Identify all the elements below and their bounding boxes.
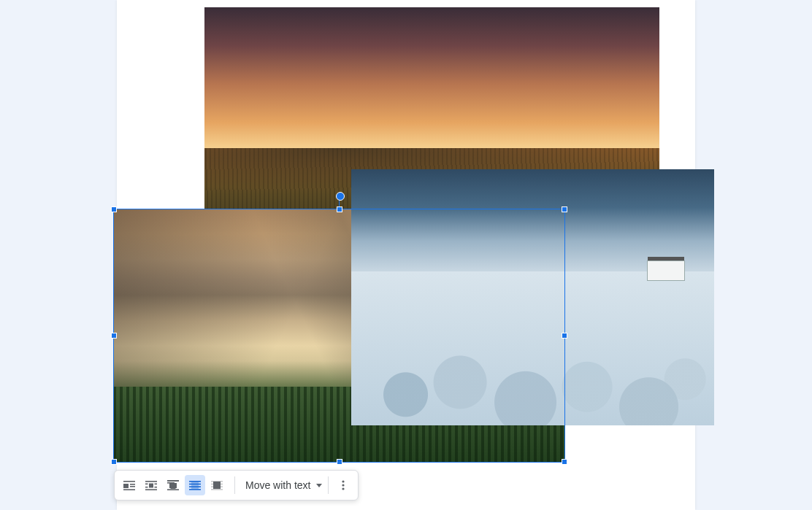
- svg-rect-30: [211, 489, 223, 490]
- wrap-in-line-button[interactable]: [119, 475, 139, 495]
- in-front-of-text-icon: [210, 479, 223, 492]
- svg-rect-2: [130, 484, 135, 485]
- svg-rect-25: [189, 486, 201, 487]
- resize-handle-top-middle[interactable]: [337, 206, 342, 212]
- break-text-icon: [166, 479, 180, 492]
- svg-rect-21: [167, 489, 179, 490]
- image-options-toolbar: Move with text: [114, 470, 359, 501]
- behind-text-icon: [188, 479, 202, 492]
- svg-rect-1: [123, 484, 129, 488]
- behind-text-button[interactable]: [185, 475, 205, 495]
- svg-rect-7: [145, 484, 148, 485]
- svg-rect-4: [123, 489, 135, 490]
- in-front-of-text-button[interactable]: [207, 475, 227, 495]
- svg-rect-24: [189, 484, 201, 485]
- resize-handle-bottom-right[interactable]: [562, 459, 567, 465]
- dropdown-arrow-icon: [316, 484, 322, 487]
- svg-rect-22: [191, 482, 199, 489]
- svg-point-33: [342, 484, 345, 486]
- resize-handle-top-left[interactable]: [111, 206, 117, 212]
- svg-rect-26: [189, 489, 201, 490]
- svg-rect-9: [155, 484, 158, 485]
- toolbar-separator: [328, 476, 329, 494]
- resize-handle-middle-left[interactable]: [111, 333, 117, 339]
- wrap-text-icon: [145, 479, 158, 492]
- svg-rect-20: [169, 483, 177, 488]
- more-options-button[interactable]: [333, 475, 353, 495]
- toolbar-separator: [234, 476, 235, 494]
- svg-point-34: [342, 487, 345, 490]
- winter-landscape-image[interactable]: [351, 169, 714, 425]
- rotate-handle[interactable]: [336, 192, 345, 201]
- svg-rect-11: [145, 489, 157, 490]
- svg-rect-0: [123, 481, 135, 482]
- resize-handle-bottom-left[interactable]: [111, 459, 117, 465]
- svg-rect-10: [155, 487, 158, 488]
- wrap-text-button[interactable]: [141, 475, 161, 495]
- move-with-text-label: Move with text: [245, 479, 310, 491]
- move-with-text-dropdown[interactable]: Move with text: [237, 475, 326, 495]
- svg-rect-5: [145, 481, 157, 482]
- break-text-button[interactable]: [163, 475, 183, 495]
- more-vertical-icon: [337, 479, 350, 492]
- resize-handle-middle-right[interactable]: [562, 333, 567, 339]
- wrap-in-line-icon: [123, 479, 136, 492]
- resize-handle-bottom-middle[interactable]: [337, 459, 342, 465]
- svg-rect-8: [145, 487, 148, 488]
- svg-rect-31: [213, 482, 221, 489]
- svg-point-32: [342, 480, 345, 482]
- svg-rect-19: [167, 480, 179, 482]
- svg-rect-3: [130, 486, 135, 487]
- text-wrap-group: [119, 475, 233, 495]
- svg-rect-23: [189, 481, 201, 482]
- svg-rect-6: [149, 484, 153, 488]
- resize-handle-top-right[interactable]: [562, 206, 567, 212]
